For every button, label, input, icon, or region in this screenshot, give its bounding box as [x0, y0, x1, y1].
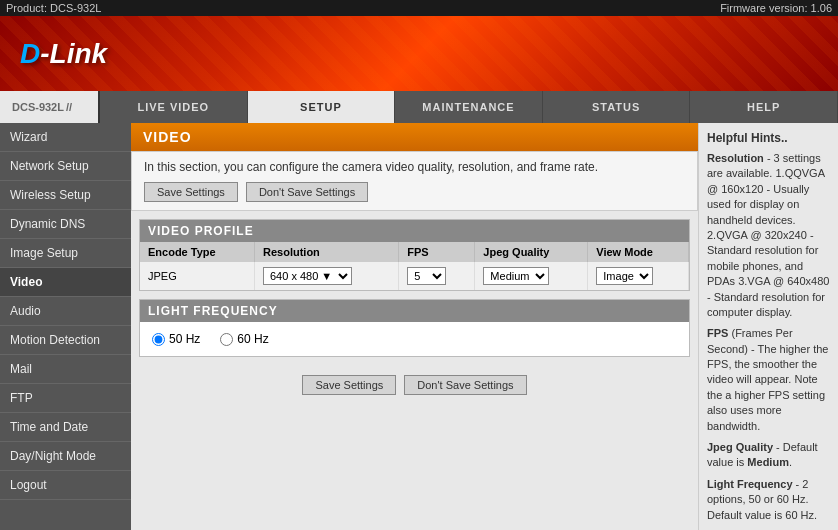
col-encode-type: Encode Type: [140, 242, 254, 262]
col-resolution: Resolution: [254, 242, 398, 262]
top-bar: Product: DCS-932L Firmware version: 1.06: [0, 0, 838, 16]
main-layout: Wizard Network Setup Wireless Setup Dyna…: [0, 123, 838, 530]
tab-maintenance[interactable]: MAINTENANCE: [395, 91, 543, 123]
help-title: Helpful Hints..: [707, 131, 830, 145]
sidebar-item-dynamic-dns[interactable]: Dynamic DNS: [0, 210, 131, 239]
sidebar-item-motion-detection[interactable]: Motion Detection: [0, 326, 131, 355]
nav-bar: DCS-932L// LIVE VIDEO SETUP MAINTENANCE …: [0, 91, 838, 123]
nav-tabs: LIVE VIDEO SETUP MAINTENANCE STATUS HELP: [100, 91, 838, 123]
light-frequency-section: LIGHT FREQUENCY 50 Hz 60 Hz: [139, 299, 690, 357]
bottom-button-row: Save Settings Don't Save Settings: [131, 365, 698, 405]
table-header-row: Encode Type Resolution FPS Jpeg Quality …: [140, 242, 689, 262]
freq-50-radio[interactable]: [152, 333, 165, 346]
sidebar-item-network-setup[interactable]: Network Setup: [0, 152, 131, 181]
help-resolution: Resolution - 3 settings are available. 1…: [707, 151, 830, 320]
freq-content: 50 Hz 60 Hz: [140, 322, 689, 356]
help-light-freq: Light Frequency - 2 options, 50 or 60 Hz…: [707, 477, 830, 523]
sidebar-item-mail[interactable]: Mail: [0, 355, 131, 384]
sidebar-item-day-night-mode[interactable]: Day/Night Mode: [0, 442, 131, 471]
fps-select[interactable]: 5 1 2 3 4 10 15 20 25 30: [407, 267, 446, 285]
resolution-cell: 640 x 480 ▼ 320 x 240 160 x 120: [254, 262, 398, 290]
help-panel: Helpful Hints.. Resolution - 3 settings …: [698, 123, 838, 530]
freq-60-radio[interactable]: [220, 333, 233, 346]
freq-header: LIGHT FREQUENCY: [140, 300, 689, 322]
save-settings-button-top[interactable]: Save Settings: [144, 182, 238, 202]
save-settings-button-bottom[interactable]: Save Settings: [302, 375, 396, 395]
view-mode-cell: Image Video: [588, 262, 689, 290]
help-freq-term: Light Frequency: [707, 478, 793, 490]
resolution-select[interactable]: 640 x 480 ▼ 320 x 240 160 x 120: [263, 267, 352, 285]
video-profile-section: VIDEO PROFILE Encode Type Resolution FPS…: [139, 219, 690, 291]
col-fps: FPS: [399, 242, 475, 262]
view-mode-select[interactable]: Image Video: [596, 267, 653, 285]
profile-table: Encode Type Resolution FPS Jpeg Quality …: [140, 242, 689, 290]
firmware-label: Firmware version: 1.06: [720, 2, 832, 14]
dont-save-settings-button-top[interactable]: Don't Save Settings: [246, 182, 368, 202]
freq-50-text: 50 Hz: [169, 332, 200, 346]
tab-status[interactable]: STATUS: [543, 91, 691, 123]
freq-60-text: 60 Hz: [237, 332, 268, 346]
profile-header: VIDEO PROFILE: [140, 220, 689, 242]
tab-setup[interactable]: SETUP: [248, 91, 396, 123]
sidebar: Wizard Network Setup Wireless Setup Dyna…: [0, 123, 131, 530]
intro-box: In this section, you can configure the c…: [131, 151, 698, 211]
help-fps-term: FPS: [707, 327, 728, 339]
help-jpeg-quality: Jpeg Quality - Default value is Medium.: [707, 440, 830, 471]
sidebar-item-ftp[interactable]: FTP: [0, 384, 131, 413]
nav-logo: DCS-932L//: [0, 91, 100, 123]
content-area: VIDEO In this section, you can configure…: [131, 123, 698, 530]
dont-save-settings-button-bottom[interactable]: Don't Save Settings: [404, 375, 526, 395]
col-view-mode: View Mode: [588, 242, 689, 262]
sidebar-item-audio[interactable]: Audio: [0, 297, 131, 326]
help-resolution-term: Resolution: [707, 152, 764, 164]
freq-60-label[interactable]: 60 Hz: [220, 332, 268, 346]
sidebar-item-logout[interactable]: Logout: [0, 471, 131, 500]
table-row: JPEG 640 x 480 ▼ 320 x 240 160 x 120 5: [140, 262, 689, 290]
intro-text: In this section, you can configure the c…: [144, 160, 685, 174]
col-jpeg-quality: Jpeg Quality: [475, 242, 588, 262]
quality-cell: Medium Low High: [475, 262, 588, 290]
sidebar-item-time-and-date[interactable]: Time and Date: [0, 413, 131, 442]
nav-logo-suffix: //: [66, 101, 72, 113]
sidebar-item-image-setup[interactable]: Image Setup: [0, 239, 131, 268]
tab-live-video[interactable]: LIVE VIDEO: [100, 91, 248, 123]
header: D-Link: [0, 16, 838, 91]
encode-type-cell: JPEG: [140, 262, 254, 290]
help-jpeg-term: Jpeg Quality: [707, 441, 773, 453]
nav-logo-text: DCS-932L: [12, 101, 64, 113]
sidebar-item-wizard[interactable]: Wizard: [0, 123, 131, 152]
quality-select[interactable]: Medium Low High: [483, 267, 549, 285]
intro-button-row: Save Settings Don't Save Settings: [144, 182, 685, 202]
tab-help[interactable]: HELP: [690, 91, 838, 123]
logo: D-Link: [20, 38, 107, 70]
fps-cell: 5 1 2 3 4 10 15 20 25 30: [399, 262, 475, 290]
help-jpeg-value: Medium: [747, 456, 789, 468]
section-title: VIDEO: [131, 123, 698, 151]
product-label: Product: DCS-932L: [6, 2, 101, 14]
sidebar-item-wireless-setup[interactable]: Wireless Setup: [0, 181, 131, 210]
sidebar-item-video[interactable]: Video: [0, 268, 131, 297]
help-fps: FPS (Frames Per Second) - The higher the…: [707, 326, 830, 434]
freq-50-label[interactable]: 50 Hz: [152, 332, 200, 346]
